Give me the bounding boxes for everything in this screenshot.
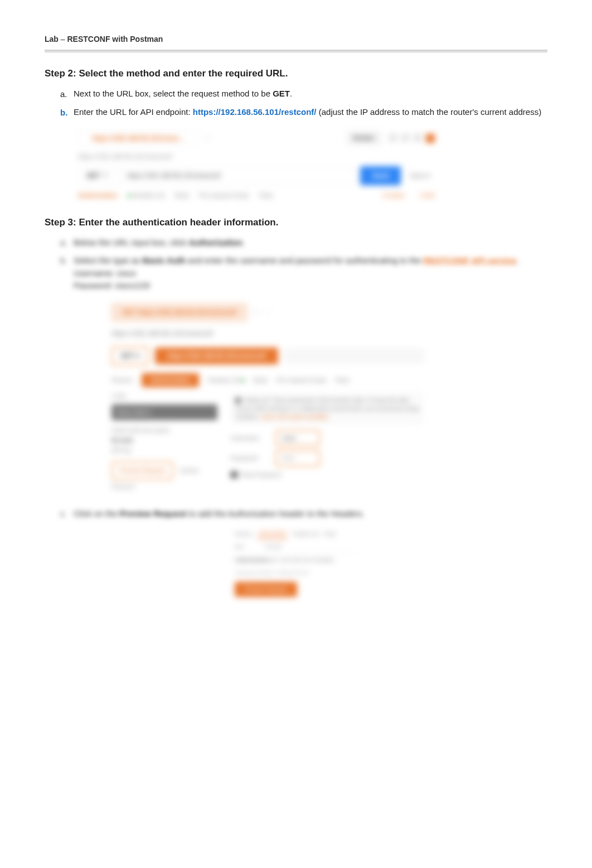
code-link[interactable]: Code (420, 191, 435, 200)
tab-close-icon[interactable]: × (206, 133, 210, 143)
step2-b-pre: Enter the URL for API endpoint: (74, 107, 193, 117)
method-select[interactable]: GET (78, 167, 117, 185)
step2-list: a. Next to the URL box, select the reque… (45, 88, 547, 119)
toolbar-icon[interactable] (401, 134, 409, 142)
step2-heading: Step 2: Select the method and enter the … (45, 66, 547, 81)
send-button[interactable]: Send (360, 166, 401, 185)
step2-b-url[interactable]: https://192.168.56.101/restconf/ (193, 107, 317, 117)
tab-prereq[interactable]: Pre-request Script (276, 375, 326, 385)
tab-body[interactable]: Body (324, 531, 336, 538)
screenshot-postman-auth: GET https://192.168.56.101/restconf/ + ⋯… (111, 303, 424, 493)
request-title: https://192.168.56.101/restconf/ (111, 328, 424, 339)
step2-b-marker: b. (60, 106, 74, 119)
tab-tests[interactable]: Tests (335, 375, 350, 385)
step2-b-body: Enter the URL for API endpoint: https://… (74, 106, 547, 119)
step2-a-bold: GET (273, 89, 290, 98)
step2-a-marker: a. (60, 88, 74, 101)
username-label: Username (231, 433, 270, 443)
step3-blurred-items: a. Below the URL input box, click Author… (45, 237, 547, 292)
page-header: Lab – RESTCONF with Postman (45, 33, 547, 45)
tab-params[interactable]: Params (235, 531, 252, 538)
tab-params[interactable]: Params (111, 375, 133, 385)
col-key: KEY (235, 543, 265, 551)
method-label: GET (86, 171, 100, 181)
url-continuation (285, 349, 424, 363)
step2-a-pre: Next to the URL box, select the request … (74, 89, 273, 98)
save-button[interactable]: Save ▾ (405, 167, 435, 184)
show-password-label: Show Password (241, 471, 281, 479)
toolbar-icon[interactable] (426, 134, 435, 143)
password-input[interactable]: •••• (275, 450, 320, 466)
cookies-link[interactable]: Cookies (382, 191, 405, 200)
col-value: VALUE (265, 543, 282, 551)
url-input[interactable]: https://192.168.56.101/restconf/ (121, 167, 356, 185)
header-title: RESTCONF with Postman (67, 35, 163, 44)
tab-request[interactable]: https://192.168.56.101/restc... (78, 131, 198, 146)
type-label: TYPE (111, 393, 217, 401)
preview-request-button[interactable]: Preview Request (235, 582, 297, 597)
toolbar-icon[interactable] (414, 134, 421, 142)
builder-button[interactable]: Builder (347, 131, 381, 145)
header-sep: – (59, 35, 67, 44)
chevron-down-icon (104, 174, 108, 177)
tab-body[interactable]: Body (175, 191, 189, 200)
tab-headers[interactable]: Headers (2) (208, 375, 245, 385)
method-select[interactable]: GET ▾ (111, 346, 148, 365)
username-input[interactable]: cisco (275, 430, 320, 446)
update-request-link[interactable]: Update Request (111, 467, 199, 490)
url-input[interactable]: https://192.168.56.101/restconf/ (155, 348, 278, 364)
header-key: Authorization (235, 557, 265, 565)
temp-headers-note: Temporary Headers. Clicking this will... (235, 570, 357, 576)
show-password-checkbox[interactable] (231, 471, 237, 478)
tab-body[interactable]: Body (254, 375, 268, 385)
step2-a-body: Next to the URL box, select the request … (74, 88, 547, 101)
learn-more-link[interactable]: Learn more about variables (261, 414, 329, 420)
password-label: Password (231, 454, 270, 463)
plus-icon[interactable]: + (253, 306, 257, 318)
step2-b-post: (adjust the IP address to match the rout… (317, 107, 542, 117)
info-banner: Heads up! These parameters hold sensitiv… (231, 393, 424, 425)
request-subtitle: https://192.168.56.101/restconf/ (78, 152, 435, 162)
step2-a-post: . (290, 89, 292, 98)
more-icon[interactable]: ⋯ (263, 306, 271, 318)
header-value: Basic Y2lzY286Y2lzY28xMjMh (265, 557, 334, 565)
auth-option[interactable]: API Key (111, 446, 217, 456)
type-select[interactable]: Basic Auth ▾ (111, 404, 217, 421)
info-icon (235, 398, 241, 403)
tab-headers[interactable]: Headers (3) (293, 531, 319, 538)
tab-tests[interactable]: Tests (259, 191, 273, 200)
tab-authorization[interactable]: Authorization (142, 373, 199, 387)
screenshot-postman-headers: Params Authorization Headers (3) Body KE… (235, 529, 357, 597)
tab-authorization[interactable]: Authorization (78, 191, 118, 200)
step3-heading: Step 3: Enter the authentication header … (45, 215, 547, 230)
tab-authorization[interactable]: Authorization (258, 529, 287, 539)
preview-request-button[interactable]: Preview Request (111, 461, 173, 480)
tab-request[interactable]: GET https://192.168.56.101/restconf/ (111, 303, 247, 321)
header-lab: Lab (45, 35, 59, 44)
tab-prereq[interactable]: Pre-request Script (199, 191, 249, 200)
auth-option[interactable]: No Auth (111, 436, 217, 446)
step3-c-row: c. Click on the Preview Request to add t… (45, 508, 547, 520)
header-rule (45, 50, 547, 53)
tab-headers[interactable]: Headers (2) (128, 191, 165, 200)
screenshot-postman-url: https://192.168.56.101/restc... × Builde… (78, 131, 435, 200)
auth-option[interactable]: Inherit auth from parent (111, 426, 217, 436)
toolbar-icon[interactable] (389, 134, 397, 142)
